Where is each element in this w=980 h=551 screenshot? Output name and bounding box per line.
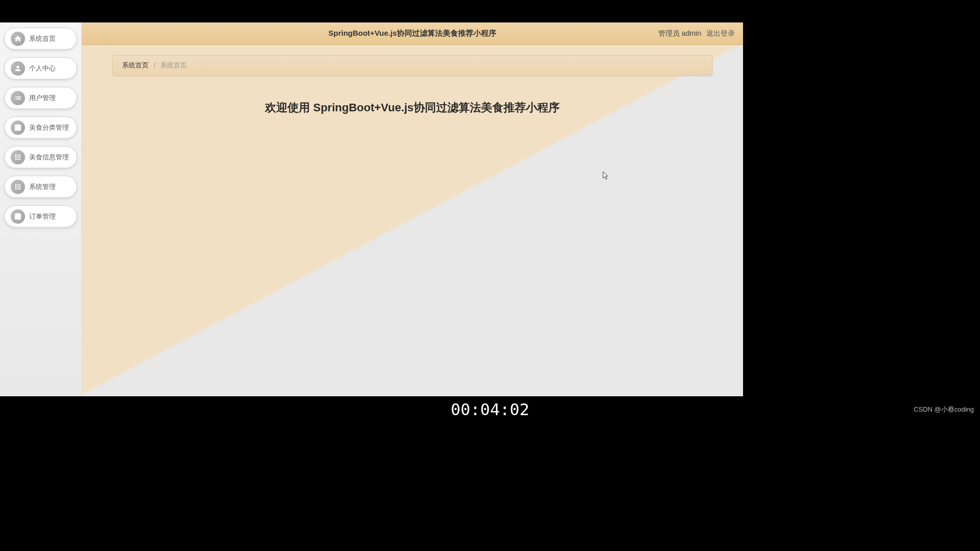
grid-icon (11, 150, 25, 164)
sidebar: 系统首页 个人中心 用户管理 美食分类管理 美食 (0, 22, 82, 396)
breadcrumb: 系统首页 / 系统首页 (112, 55, 712, 76)
user-icon (11, 61, 25, 76)
user-name: admin (682, 29, 701, 37)
sidebar-item-home[interactable]: 系统首页 (4, 28, 77, 50)
main-area: SpringBoot+Vue.js协同过滤算法美食推荐小程序 管理员 admin… (82, 22, 743, 396)
home-icon (11, 32, 25, 46)
cursor-icon (603, 171, 610, 182)
list-icon (11, 91, 25, 105)
sidebar-item-system-mgmt[interactable]: 系统管理 (4, 176, 77, 198)
app-title: SpringBoot+Vue.js协同过滤算法美食推荐小程序 (328, 29, 496, 38)
app-window: 系统首页 个人中心 用户管理 美食分类管理 美食 (0, 22, 743, 396)
content-area: 系统首页 / 系统首页 欢迎使用 SpringBoot+Vue.js协同过滤算法… (82, 45, 743, 396)
breadcrumb-root[interactable]: 系统首页 (122, 61, 149, 69)
user-role: 管理员 (658, 29, 680, 37)
breadcrumb-current: 系统首页 (160, 61, 187, 69)
user-info: 管理员 admin (658, 29, 701, 38)
grid-icon (11, 180, 25, 194)
sidebar-item-label: 个人中心 (29, 64, 56, 73)
header-bar: SpringBoot+Vue.js协同过滤算法美食推荐小程序 管理员 admin… (82, 22, 743, 45)
sidebar-item-label: 用户管理 (29, 93, 56, 103)
sidebar-item-order-mgmt[interactable]: 订单管理 (4, 205, 77, 228)
watermark-text: CSDN @小蔡coding (914, 405, 974, 414)
clipboard-icon (11, 209, 25, 224)
logout-link[interactable]: 退出登录 (706, 29, 735, 38)
sidebar-item-user-mgmt[interactable]: 用户管理 (4, 87, 77, 109)
breadcrumb-separator: / (154, 61, 156, 69)
sidebar-item-label: 美食信息管理 (29, 153, 69, 162)
sidebar-item-label: 订单管理 (29, 212, 56, 221)
sidebar-item-label: 系统首页 (29, 34, 56, 43)
header-user-section: 管理员 admin 退出登录 (658, 29, 735, 38)
sidebar-item-label: 系统管理 (29, 182, 56, 191)
sidebar-item-label: 美食分类管理 (29, 123, 69, 132)
welcome-heading: 欢迎使用 SpringBoot+Vue.js协同过滤算法美食推荐小程序 (82, 100, 743, 115)
video-timestamp: 00:04:02 (445, 399, 534, 420)
sidebar-item-food-info[interactable]: 美食信息管理 (4, 146, 77, 169)
sidebar-item-profile[interactable]: 个人中心 (4, 57, 77, 80)
clipboard-icon (11, 121, 25, 135)
sidebar-item-food-category[interactable]: 美食分类管理 (4, 116, 77, 139)
